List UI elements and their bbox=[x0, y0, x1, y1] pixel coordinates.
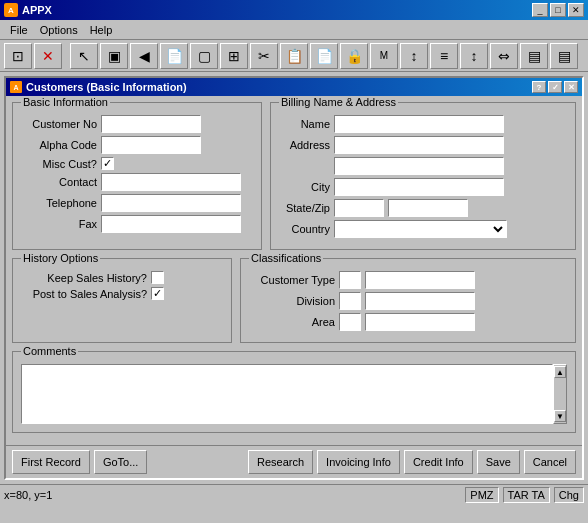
tb-btn-m[interactable]: M bbox=[370, 43, 398, 69]
telephone-label: Telephone bbox=[21, 197, 101, 209]
keep-sales-label: Keep Sales History? bbox=[21, 272, 151, 284]
area-code-input[interactable] bbox=[339, 313, 361, 331]
save-button[interactable]: Save bbox=[477, 450, 520, 474]
country-select[interactable] bbox=[334, 220, 507, 238]
address-input1[interactable] bbox=[334, 136, 504, 154]
customer-type-label: Customer Type bbox=[249, 274, 339, 286]
state-input[interactable] bbox=[334, 199, 384, 217]
inner-check-button[interactable]: ✓ bbox=[548, 81, 562, 93]
tb-btn-0[interactable]: ⊡ bbox=[4, 43, 32, 69]
title-controls[interactable]: _ □ ✕ bbox=[532, 3, 584, 17]
tb-btn-box[interactable]: ▢ bbox=[190, 43, 218, 69]
tb-btn-copy[interactable]: 📋 bbox=[280, 43, 308, 69]
telephone-row: Telephone bbox=[21, 194, 253, 212]
city-input[interactable] bbox=[334, 178, 504, 196]
contact-input[interactable] bbox=[101, 173, 241, 191]
menu-file[interactable]: File bbox=[4, 22, 34, 38]
keep-sales-checkbox[interactable] bbox=[151, 271, 164, 284]
alpha-code-label: Alpha Code bbox=[21, 139, 101, 151]
tb-btn-updown2[interactable]: ↕ bbox=[460, 43, 488, 69]
tb-btn-leftright[interactable]: ⇔ bbox=[490, 43, 518, 69]
first-record-button[interactable]: First Record bbox=[12, 450, 90, 474]
minimize-button[interactable]: _ bbox=[532, 3, 548, 17]
scroll-down-arrow[interactable]: ▼ bbox=[554, 410, 566, 422]
status-pmz: PMZ bbox=[465, 487, 498, 503]
post-sales-row: Post to Sales Analysis? ✓ bbox=[21, 287, 223, 300]
zip-input[interactable] bbox=[388, 199, 468, 217]
customer-no-input[interactable] bbox=[101, 115, 201, 133]
tb-btn-arrow[interactable]: ↖ bbox=[70, 43, 98, 69]
tb-btn-paste[interactable]: 📄 bbox=[310, 43, 338, 69]
status-bar: x=80, y=1 PMZ TAR TA Chg bbox=[0, 484, 588, 504]
inner-close-button[interactable]: ✕ bbox=[564, 81, 578, 93]
title-bar: A APPX _ □ ✕ bbox=[0, 0, 588, 20]
billing-label: Billing Name & Address bbox=[279, 96, 398, 108]
contact-row: Contact bbox=[21, 173, 253, 191]
history-group: History Options Keep Sales History? Post… bbox=[12, 258, 232, 343]
telephone-input[interactable] bbox=[101, 194, 241, 212]
customer-no-row: Customer No bbox=[21, 115, 253, 133]
misc-cust-row: Misc Cust? ✓ bbox=[21, 157, 253, 170]
tb-btn-cut[interactable]: ✂ bbox=[250, 43, 278, 69]
basic-info-group: Basic Information Customer No Alpha Code… bbox=[12, 102, 262, 250]
tb-btn-lock[interactable]: 🔒 bbox=[340, 43, 368, 69]
inner-window-title: Customers (Basic Information) bbox=[26, 81, 187, 93]
misc-cust-checkbox[interactable]: ✓ bbox=[101, 157, 114, 170]
tb-btn-stop[interactable]: ✕ bbox=[34, 43, 62, 69]
city-row: City bbox=[279, 178, 567, 196]
comments-label: Comments bbox=[21, 345, 78, 357]
menu-help[interactable]: Help bbox=[84, 22, 119, 38]
tb-btn-table2[interactable]: ▤ bbox=[550, 43, 578, 69]
state-zip-row: State/Zip bbox=[279, 199, 567, 217]
division-row: Division bbox=[249, 292, 567, 310]
top-row: Basic Information Customer No Alpha Code… bbox=[12, 102, 576, 250]
inner-title-bar: A Customers (Basic Information) ? ✓ ✕ bbox=[6, 78, 582, 96]
name-input[interactable] bbox=[334, 115, 504, 133]
tb-btn-lines[interactable]: ≡ bbox=[430, 43, 458, 69]
close-button[interactable]: ✕ bbox=[568, 3, 584, 17]
address-label: Address bbox=[279, 139, 334, 151]
tb-btn-updown[interactable]: ↕ bbox=[400, 43, 428, 69]
scroll-up-arrow[interactable]: ▲ bbox=[554, 366, 566, 378]
invoicing-info-button[interactable]: Invoicing Info bbox=[317, 450, 400, 474]
tb-btn-grid[interactable]: ⊞ bbox=[220, 43, 248, 69]
post-sales-label: Post to Sales Analysis? bbox=[21, 288, 151, 300]
post-sales-checkbox[interactable]: ✓ bbox=[151, 287, 164, 300]
toolbar: ⊡ ✕ ↖ ▣ ◀ 📄 ▢ ⊞ ✂ 📋 📄 🔒 M ↕ ≡ ↕ ⇔ ▤ ▤ bbox=[0, 40, 588, 72]
comments-textarea[interactable] bbox=[21, 364, 553, 424]
cancel-button[interactable]: Cancel bbox=[524, 450, 576, 474]
inner-title-controls[interactable]: ? ✓ ✕ bbox=[532, 81, 578, 93]
maximize-button[interactable]: □ bbox=[550, 3, 566, 17]
inner-window: A Customers (Basic Information) ? ✓ ✕ Ba… bbox=[4, 76, 584, 480]
status-chg: Chg bbox=[554, 487, 584, 503]
tb-btn-doc[interactable]: 📄 bbox=[160, 43, 188, 69]
division-code-input[interactable] bbox=[339, 292, 361, 310]
tb-btn-rect[interactable]: ▣ bbox=[100, 43, 128, 69]
customer-type-code-input[interactable] bbox=[339, 271, 361, 289]
area-label: Area bbox=[249, 316, 339, 328]
inner-help-button[interactable]: ? bbox=[532, 81, 546, 93]
country-label: Country bbox=[279, 223, 334, 235]
area-desc-input[interactable] bbox=[365, 313, 475, 331]
comments-scrollbar[interactable]: ▲ ▼ bbox=[553, 364, 567, 424]
fax-input[interactable] bbox=[101, 215, 241, 233]
status-tar-ta: TAR TA bbox=[503, 487, 550, 503]
research-button[interactable]: Research bbox=[248, 450, 313, 474]
address-input2[interactable] bbox=[334, 157, 504, 175]
customer-type-desc-input[interactable] bbox=[365, 271, 475, 289]
goto-button[interactable]: GoTo... bbox=[94, 450, 147, 474]
division-label: Division bbox=[249, 295, 339, 307]
country-row: Country bbox=[279, 220, 567, 238]
contact-label: Contact bbox=[21, 176, 101, 188]
menu-options[interactable]: Options bbox=[34, 22, 84, 38]
alpha-code-input[interactable] bbox=[101, 136, 201, 154]
tb-btn-table1[interactable]: ▤ bbox=[520, 43, 548, 69]
credit-info-button[interactable]: Credit Info bbox=[404, 450, 473, 474]
menu-bar: File Options Help bbox=[0, 20, 588, 40]
classifications-group: Classifications Customer Type Division A… bbox=[240, 258, 576, 343]
tb-btn-back[interactable]: ◀ bbox=[130, 43, 158, 69]
form-content: Basic Information Customer No Alpha Code… bbox=[6, 96, 582, 445]
name-label: Name bbox=[279, 118, 334, 130]
fax-label: Fax bbox=[21, 218, 101, 230]
division-desc-input[interactable] bbox=[365, 292, 475, 310]
